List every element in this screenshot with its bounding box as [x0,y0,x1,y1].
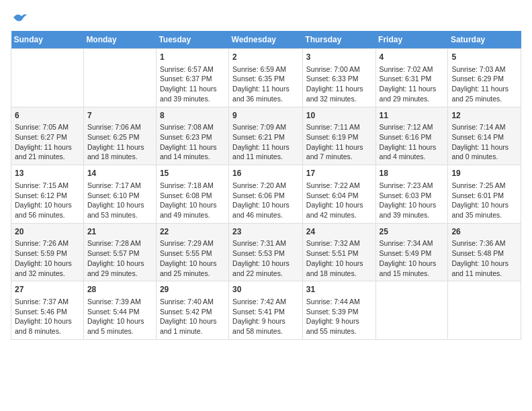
day-info: Sunrise: 7:15 AM Sunset: 6:12 PM Dayligh… [15,181,80,220]
day-info: Sunrise: 7:03 AM Sunset: 6:29 PM Dayligh… [451,64,517,104]
day-info: Sunrise: 7:31 AM Sunset: 5:53 PM Dayligh… [232,238,299,278]
calendar-cell [448,281,521,340]
day-number: 3 [306,52,372,63]
calendar-header-row: SundayMondayTuesdayWednesdayThursdayFrid… [11,31,521,49]
calendar-cell: 6Sunrise: 7:05 AM Sunset: 6:27 PM Daylig… [11,107,84,165]
logo [11,11,28,24]
day-info: Sunrise: 7:00 AM Sunset: 6:33 PM Dayligh… [306,64,372,104]
calendar-cell: 23Sunrise: 7:31 AM Sunset: 5:53 PM Dayli… [229,223,303,281]
day-info: Sunrise: 7:09 AM Sunset: 6:21 PM Dayligh… [232,122,299,162]
day-number: 25 [380,226,445,238]
day-number: 10 [306,110,372,122]
calendar-table: SundayMondayTuesdayWednesdayThursdayFrid… [11,31,521,340]
day-info: Sunrise: 7:44 AM Sunset: 5:39 PM Dayligh… [306,297,372,336]
day-number: 2 [232,52,299,63]
calendar-cell: 7Sunrise: 7:06 AM Sunset: 6:25 PM Daylig… [83,107,156,165]
calendar-cell: 22Sunrise: 7:29 AM Sunset: 5:55 PM Dayli… [156,223,228,281]
calendar-header-thursday: Thursday [302,31,375,49]
calendar-cell: 13Sunrise: 7:15 AM Sunset: 6:12 PM Dayli… [11,165,84,224]
day-info: Sunrise: 7:42 AM Sunset: 5:41 PM Dayligh… [232,297,299,336]
day-number: 31 [306,284,372,295]
day-info: Sunrise: 7:05 AM Sunset: 6:27 PM Dayligh… [15,122,80,162]
day-number: 8 [160,110,225,122]
day-info: Sunrise: 7:17 AM Sunset: 6:10 PM Dayligh… [87,181,152,220]
day-number: 19 [451,168,517,179]
calendar-cell [83,49,156,107]
calendar-header-sunday: Sunday [11,31,84,49]
calendar-cell: 8Sunrise: 7:08 AM Sunset: 6:23 PM Daylig… [156,107,228,165]
calendar-cell [375,281,448,340]
calendar-cell: 3Sunrise: 7:00 AM Sunset: 6:33 PM Daylig… [302,49,375,107]
calendar-cell: 14Sunrise: 7:17 AM Sunset: 6:10 PM Dayli… [83,165,156,224]
day-info: Sunrise: 7:02 AM Sunset: 6:31 PM Dayligh… [380,64,445,104]
calendar-cell: 2Sunrise: 6:59 AM Sunset: 6:35 PM Daylig… [229,49,303,107]
calendar-cell: 24Sunrise: 7:32 AM Sunset: 5:51 PM Dayli… [302,223,375,281]
day-number: 27 [15,284,80,295]
calendar-week-row: 27Sunrise: 7:37 AM Sunset: 5:46 PM Dayli… [11,281,521,340]
calendar-header-saturday: Saturday [448,31,521,49]
day-number: 28 [87,284,152,295]
calendar-cell: 19Sunrise: 7:25 AM Sunset: 6:01 PM Dayli… [448,165,521,224]
day-number: 7 [87,110,152,122]
calendar-cell: 15Sunrise: 7:18 AM Sunset: 6:08 PM Dayli… [156,165,228,224]
day-number: 26 [451,226,517,238]
day-number: 29 [160,284,225,295]
day-number: 4 [380,52,445,63]
day-number: 23 [232,226,299,238]
day-number: 20 [15,226,80,238]
calendar-cell: 20Sunrise: 7:26 AM Sunset: 5:59 PM Dayli… [11,223,84,281]
logo-bird-icon [12,11,28,24]
calendar-cell: 27Sunrise: 7:37 AM Sunset: 5:46 PM Dayli… [11,281,84,340]
calendar-header-wednesday: Wednesday [229,31,303,49]
calendar-cell: 9Sunrise: 7:09 AM Sunset: 6:21 PM Daylig… [229,107,303,165]
day-info: Sunrise: 7:08 AM Sunset: 6:23 PM Dayligh… [160,122,225,162]
day-info: Sunrise: 7:29 AM Sunset: 5:55 PM Dayligh… [160,238,225,278]
day-number: 21 [87,226,152,238]
calendar-cell: 12Sunrise: 7:14 AM Sunset: 6:14 PM Dayli… [448,107,521,165]
calendar-week-row: 13Sunrise: 7:15 AM Sunset: 6:12 PM Dayli… [11,165,521,224]
calendar-header-tuesday: Tuesday [156,31,228,49]
day-info: Sunrise: 7:06 AM Sunset: 6:25 PM Dayligh… [87,122,152,162]
calendar-week-row: 1Sunrise: 6:57 AM Sunset: 6:37 PM Daylig… [11,49,521,107]
day-info: Sunrise: 7:32 AM Sunset: 5:51 PM Dayligh… [306,238,372,278]
day-info: Sunrise: 7:34 AM Sunset: 5:49 PM Dayligh… [380,238,445,278]
day-number: 13 [15,168,80,179]
calendar-week-row: 20Sunrise: 7:26 AM Sunset: 5:59 PM Dayli… [11,223,521,281]
day-info: Sunrise: 7:20 AM Sunset: 6:06 PM Dayligh… [232,181,299,220]
day-number: 6 [15,110,80,122]
page-header [11,11,521,24]
day-number: 30 [232,284,299,295]
day-number: 9 [232,110,299,122]
day-number: 18 [380,168,445,179]
day-number: 1 [160,52,225,63]
calendar-cell: 5Sunrise: 7:03 AM Sunset: 6:29 PM Daylig… [448,49,521,107]
calendar-cell: 16Sunrise: 7:20 AM Sunset: 6:06 PM Dayli… [229,165,303,224]
calendar-week-row: 6Sunrise: 7:05 AM Sunset: 6:27 PM Daylig… [11,107,521,165]
day-number: 14 [87,168,152,179]
day-number: 22 [160,226,225,238]
calendar-cell: 30Sunrise: 7:42 AM Sunset: 5:41 PM Dayli… [229,281,303,340]
day-info: Sunrise: 7:40 AM Sunset: 5:42 PM Dayligh… [160,297,225,336]
day-info: Sunrise: 7:18 AM Sunset: 6:08 PM Dayligh… [160,181,225,220]
day-info: Sunrise: 7:23 AM Sunset: 6:03 PM Dayligh… [380,181,445,220]
calendar-cell: 28Sunrise: 7:39 AM Sunset: 5:44 PM Dayli… [83,281,156,340]
day-number: 5 [451,52,517,63]
day-info: Sunrise: 6:59 AM Sunset: 6:35 PM Dayligh… [232,64,299,104]
calendar-cell: 10Sunrise: 7:11 AM Sunset: 6:19 PM Dayli… [302,107,375,165]
day-number: 16 [232,168,299,179]
calendar-cell: 25Sunrise: 7:34 AM Sunset: 5:49 PM Dayli… [375,223,448,281]
calendar-header-friday: Friday [375,31,448,49]
day-info: Sunrise: 7:22 AM Sunset: 6:04 PM Dayligh… [306,181,372,220]
day-info: Sunrise: 7:39 AM Sunset: 5:44 PM Dayligh… [87,297,152,336]
calendar-cell: 21Sunrise: 7:28 AM Sunset: 5:57 PM Dayli… [83,223,156,281]
day-info: Sunrise: 6:57 AM Sunset: 6:37 PM Dayligh… [160,64,225,104]
calendar-cell: 11Sunrise: 7:12 AM Sunset: 6:16 PM Dayli… [375,107,448,165]
calendar-cell: 29Sunrise: 7:40 AM Sunset: 5:42 PM Dayli… [156,281,228,340]
calendar-cell: 17Sunrise: 7:22 AM Sunset: 6:04 PM Dayli… [302,165,375,224]
day-info: Sunrise: 7:26 AM Sunset: 5:59 PM Dayligh… [15,238,80,278]
day-number: 15 [160,168,225,179]
calendar-cell: 26Sunrise: 7:36 AM Sunset: 5:48 PM Dayli… [448,223,521,281]
day-info: Sunrise: 7:11 AM Sunset: 6:19 PM Dayligh… [306,122,372,162]
day-number: 24 [306,226,372,238]
calendar-cell: 31Sunrise: 7:44 AM Sunset: 5:39 PM Dayli… [302,281,375,340]
